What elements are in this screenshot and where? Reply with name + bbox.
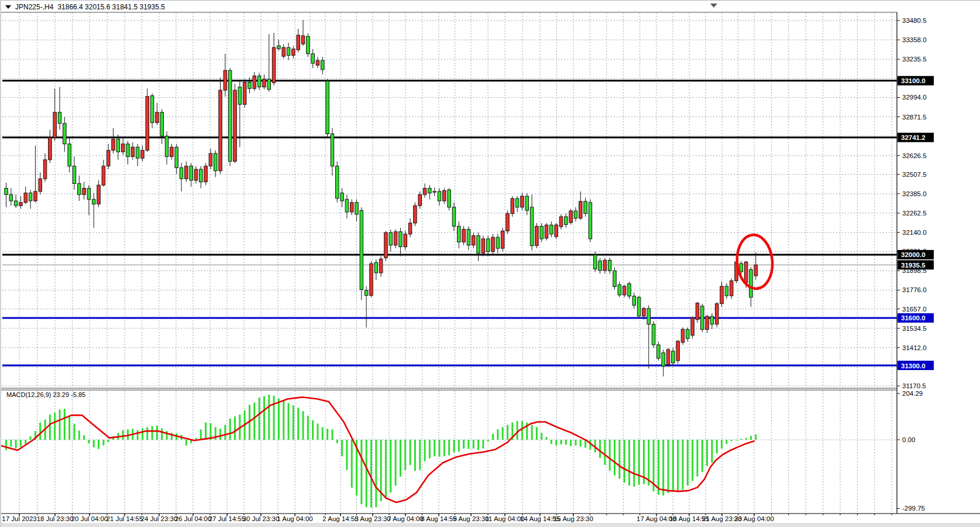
candle-up [243, 82, 246, 104]
candle-down [326, 81, 329, 134]
candle-down [190, 166, 193, 180]
candle-down [477, 236, 480, 254]
macd-histogram-bar [375, 440, 377, 507]
macd-histogram-bar [302, 411, 304, 440]
candle-up [209, 153, 212, 166]
candle-up [676, 341, 680, 361]
candle-down [126, 144, 130, 157]
macd-histogram-bar [54, 413, 56, 440]
macd-histogram-bar [224, 425, 226, 440]
candle-down [345, 199, 349, 212]
candle-down [165, 136, 169, 156]
macd-histogram-bar [492, 434, 494, 440]
time-axis-label: 20 Jul 04:00 [71, 515, 108, 522]
macd-histogram-bar [419, 440, 421, 470]
macd-histogram-bar [414, 440, 416, 471]
time-axis-label: 2 Aug 14:55 [322, 515, 358, 522]
macd-histogram-bar [536, 427, 538, 440]
candle-up [350, 203, 353, 212]
macd-histogram-bar [477, 440, 479, 450]
macd-histogram-bar [580, 440, 582, 447]
candle-down [584, 201, 587, 214]
candle-up [491, 237, 495, 251]
candle-up [642, 309, 646, 316]
chart-shift-marker-icon[interactable] [710, 4, 717, 8]
macd-histogram-bar [565, 440, 567, 445]
candle-down [448, 190, 451, 207]
macd-histogram-bar [20, 440, 22, 447]
candle-down [248, 82, 252, 88]
macd-histogram-bar [30, 436, 32, 440]
annotations[interactable] [735, 234, 775, 290]
candle-up [39, 179, 42, 191]
candle-down [87, 188, 91, 199]
macd-histogram-bar [551, 440, 552, 444]
candle-up [730, 280, 733, 296]
macd-histogram-bar [560, 440, 562, 444]
symbol-dropdown-icon[interactable] [5, 5, 11, 9]
macd-histogram-bar [541, 433, 542, 440]
candle-up [156, 112, 159, 123]
macd-histogram-bar [624, 440, 625, 482]
candle-up [131, 147, 135, 156]
time-axis-label: 17 Jul 2023 [2, 515, 36, 522]
highlight-circle-annotation[interactable] [735, 234, 775, 290]
macd-histogram-bar [385, 440, 387, 497]
candle-down [277, 46, 281, 49]
price-level-badge-label: 31300.0 [901, 362, 926, 369]
price-tick-label: 31534.5 [902, 325, 927, 332]
chart-title-bar: JPN225-,H4 31866.4 32015.6 31841.5 31935… [5, 3, 165, 11]
horizontal-level-lines[interactable] [2, 81, 897, 365]
price-tick-label: 31657.0 [902, 306, 927, 313]
price-tick-label: 33358.0 [902, 36, 927, 43]
macd-histogram-bar [400, 440, 401, 477]
macd-histogram-bar [702, 440, 703, 472]
macd-histogram-bar [326, 429, 328, 440]
macd-histogram-bar [487, 440, 489, 442]
macd-histogram-bar [404, 440, 406, 470]
macd-histogram-bar [633, 440, 635, 487]
macd-histogram-bar [555, 440, 557, 446]
candle-up [394, 232, 397, 245]
candle-up [43, 160, 47, 179]
macd-histogram-bar [312, 420, 314, 440]
grid [2, 13, 897, 513]
candle-up [219, 90, 222, 171]
macd-histogram-bar [463, 440, 465, 449]
price-tick-label: 31412.0 [902, 344, 927, 351]
macd-histogram-bar [517, 421, 518, 440]
candle-up [170, 147, 174, 156]
price-axis[interactable]: 33480.533358.033235.533113.032994.032871… [897, 17, 934, 512]
macd-histogram-bar [336, 440, 338, 443]
candle-down [515, 199, 519, 207]
time-axis[interactable]: 17 Jul 202318 Jul 23:3020 Jul 04:0021 Ju… [2, 514, 892, 522]
macd-histogram-bar [15, 440, 17, 449]
candles[interactable] [5, 20, 758, 377]
candle-down [200, 169, 203, 182]
time-axis-label: 30 Jul 23:30 [243, 515, 280, 522]
chart-canvas[interactable]: 33480.533358.033235.533113.032994.032871… [1, 1, 980, 527]
macd-histogram-bar [467, 440, 469, 449]
candle-up [370, 264, 373, 295]
macd-histogram-bar [293, 405, 294, 440]
candle-down [525, 196, 529, 210]
macd-histogram-bar [268, 395, 270, 440]
candle-up [506, 214, 510, 231]
macd-histogram-bar [740, 439, 742, 440]
macd-histogram-bar [682, 440, 683, 490]
macd-panel[interactable] [1, 395, 757, 508]
candle-up [754, 265, 758, 276]
time-axis-label: 9 Aug 23:30 [453, 515, 489, 522]
macd-histogram-bar [283, 401, 284, 440]
price-tick-label: 31776.0 [902, 286, 927, 293]
macd-histogram-bar [755, 434, 757, 440]
candle-down [73, 166, 76, 184]
macd-histogram-bar [531, 425, 533, 440]
macd-histogram-bar [98, 440, 99, 449]
macd-histogram-bar [122, 430, 124, 440]
candle-up [443, 191, 446, 201]
macd-histogram-bar [745, 438, 747, 440]
candle-up [521, 196, 524, 207]
candle-down [530, 207, 534, 246]
macd-histogram-bar [429, 440, 431, 458]
